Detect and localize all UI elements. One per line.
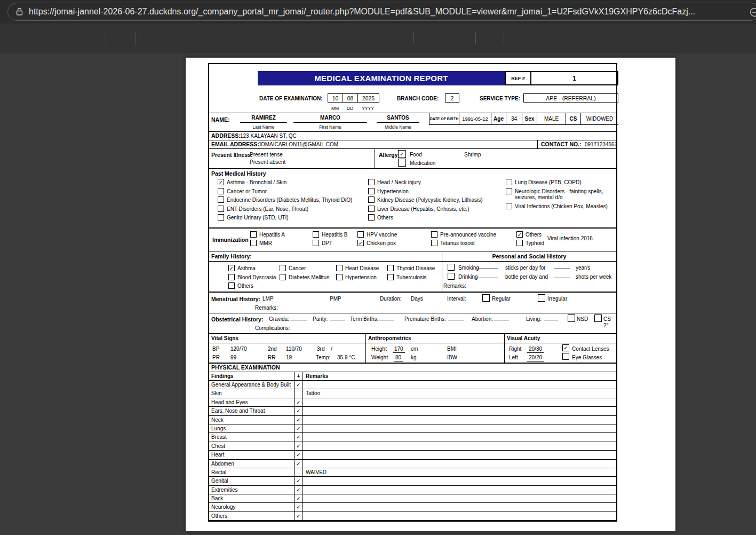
- branch-code-label: BRANCH CODE:: [397, 96, 439, 102]
- pe-row: Genital✓: [209, 477, 616, 485]
- service-type-value: APE - (REFERRAL): [523, 93, 618, 103]
- pe-row: SkinTattoo: [209, 389, 616, 398]
- checklist-item: Tuberculosis: [387, 274, 435, 281]
- checkbox-label: Lung Disease (PTB, COPD): [515, 179, 582, 186]
- checklist-item: Liver Disease (Hepatitis, Cirhosis, etc.…: [368, 206, 503, 213]
- pdf-viewport[interactable]: MEDICAL EXAMINATION REPORT REF # 1 DATE …: [0, 53, 756, 535]
- drinking-text2: shots per week: [576, 274, 611, 280]
- checkbox-label: Hepatitis A: [259, 231, 285, 238]
- last-name-label: Last Name: [240, 123, 287, 130]
- family-history-column: Heart DiseaseHypertension: [336, 265, 379, 282]
- checkbox-label: Cancer: [289, 265, 306, 272]
- pe-row: Neck✓: [209, 416, 616, 424]
- pdf-page-1: MEDICAL EXAMINATION REPORT REF # 1 DATE …: [186, 58, 675, 531]
- family-history-column: Thyroid DiseaseTuberculosis: [387, 265, 435, 282]
- left-eye-label: Left: [509, 355, 518, 361]
- pe-finding-label: Head and Eyes: [209, 398, 295, 406]
- cs-label: CS: [566, 113, 580, 125]
- pe-plus-header: +: [295, 372, 303, 380]
- immunization-note: Viral infection 2016: [547, 235, 593, 242]
- checkbox: [228, 282, 235, 289]
- checkbox: [506, 179, 512, 185]
- checklist-item: ENT Disorders (Ear, Nose, Throat): [218, 206, 366, 213]
- pmh-column-2: Head / Neck injuryHypertensionKidney Dis…: [368, 179, 503, 223]
- dob-row: DATE OF BIRTH 1991-05-12 Age 34 Sex MALE…: [429, 113, 618, 125]
- checklist-item: Cancer: [280, 265, 329, 272]
- family-history-title: Family History:: [211, 253, 252, 259]
- pe-finding-label: Abdomen: [209, 460, 295, 468]
- address-bar[interactable]: https://jomai-jannel-2026-06-27.duckdns.…: [7, 3, 756, 21]
- middle-name-value: SANTOS: [377, 114, 419, 123]
- checklist-item: Heart Disease: [336, 265, 379, 272]
- pe-row: Ears, Nose and Throat✓: [209, 407, 616, 415]
- bp-third-label: 3rd: [317, 346, 324, 352]
- email-label: EMAIL ADDRESS:: [211, 140, 259, 148]
- pe-row: Head and Eyes✓: [209, 398, 616, 407]
- pe-remark: [303, 407, 616, 415]
- checkbox-label: Tetanus toxoid: [440, 240, 475, 247]
- pe-finding-label: Back: [209, 494, 295, 502]
- smoking-text1: sticks per day for: [505, 265, 546, 271]
- pe-check: ✓: [295, 407, 303, 415]
- reader-circle-icon[interactable]: [749, 7, 756, 18]
- last-name-value: RAMIREZ: [240, 114, 287, 123]
- pe-finding-label: Skin: [209, 389, 295, 397]
- right-eye-value: 20/30: [527, 346, 544, 353]
- ref-label: REF #: [505, 71, 531, 85]
- pe-remark: [303, 451, 616, 459]
- height-value: 170: [393, 346, 405, 353]
- pe-remark: [303, 398, 616, 406]
- pe-check: ✓: [295, 398, 303, 406]
- checkbox: [506, 203, 512, 209]
- checklist-item: Pre-announced vaccine: [431, 231, 496, 238]
- immunization-group: Hepatitis AMMR: [250, 231, 285, 248]
- pe-check: ✓: [295, 451, 303, 459]
- anthropometrics-title: Anthropometrics: [366, 334, 504, 343]
- pe-row: Others✓: [209, 512, 616, 521]
- pe-row: Chest✓: [209, 442, 616, 451]
- checklist-item: Others: [368, 214, 503, 221]
- present-illness-line2: Present absent: [250, 159, 285, 166]
- pe-finding-label: Neck: [209, 416, 295, 424]
- browser-top-bar: https://jomai-jannel-2026-06-27.duckdns.…: [0, 0, 756, 23]
- first-name-label: First Name: [293, 123, 367, 130]
- pe-remarks-header: Remarks: [303, 372, 616, 380]
- checkbox: [336, 274, 343, 280]
- term-births-label: Term Births:: [350, 316, 378, 322]
- url-text[interactable]: https://jomai-jannel-2026-06-27.duckdns.…: [29, 7, 695, 17]
- checkbox: [313, 240, 319, 246]
- pe-remark: [303, 512, 616, 520]
- checkbox-label: Liver Disease (Hepatitis, Cirhosis, etc.…: [377, 206, 469, 213]
- duration-label: Duration:: [380, 296, 402, 302]
- pr-value: 99: [230, 355, 236, 361]
- allergy-medication-checkbox: [398, 159, 406, 167]
- pmh-column-1: ✓Asthma - Bronchial / SkinCancer or Tumo…: [218, 179, 366, 223]
- pe-row: Breast✓: [209, 433, 616, 442]
- checklist-item: Others: [228, 282, 276, 289]
- pe-row: Lungs✓: [209, 424, 616, 433]
- pe-row: Abdomen✓: [209, 460, 616, 468]
- age-value: 34: [506, 113, 522, 125]
- checkbox: [516, 240, 523, 246]
- allergy-food-note: Shrimp: [464, 152, 481, 158]
- first-name-value: MARCO: [293, 114, 367, 123]
- checkbox-label: Others: [377, 214, 393, 221]
- allergy-food-label: Food: [410, 152, 422, 158]
- pe-finding-label: Heart: [209, 451, 295, 459]
- checkbox: [313, 231, 319, 238]
- right-eye-label: Right: [509, 346, 521, 352]
- weight-label: Weight: [371, 355, 388, 361]
- temp-label: Temp:: [316, 355, 330, 361]
- checkbox: [218, 196, 224, 203]
- pmp-label: PMP: [330, 296, 341, 302]
- sex-value: MALE: [537, 113, 566, 125]
- pe-title: PHYSICAL EXAMINATION: [209, 364, 616, 372]
- checkbox: [368, 206, 375, 212]
- pe-check: ✓: [295, 424, 303, 432]
- checkbox: [368, 214, 375, 221]
- age-label: Age: [491, 113, 506, 125]
- irregular-checkbox: [538, 294, 545, 302]
- nsd-checkbox: [568, 314, 575, 322]
- cm-label: cm: [411, 346, 418, 352]
- pe-remark: WAIVED: [303, 468, 616, 476]
